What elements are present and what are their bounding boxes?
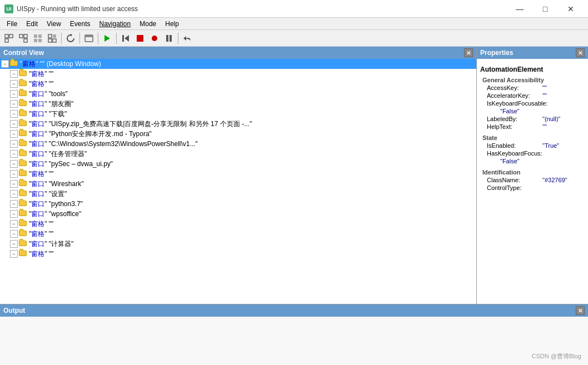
tree-item[interactable]: −"窗口" "C:\Windows\System32\WindowsPowerS… <box>0 139 476 149</box>
toolbar-window[interactable] <box>82 32 96 45</box>
tree-item[interactable]: −"窗格" "" <box>0 69 476 79</box>
tree-item-label: "窗口" "Wireshark" <box>29 179 83 189</box>
expand-button[interactable]: − <box>10 180 18 188</box>
expand-button[interactable]: − <box>10 150 18 158</box>
tree-item[interactable]: −"窗口" "朋友圈" <box>0 99 476 109</box>
tree-item[interactable]: −"窗口" "tools" <box>0 89 476 99</box>
control-view-close[interactable]: ✕ <box>464 48 473 57</box>
tree-item[interactable]: −"窗格" "" <box>0 229 476 239</box>
state-header: State <box>482 134 585 141</box>
toolbar-sep-4 <box>116 33 117 44</box>
tree-item[interactable]: −"窗格" "" <box>0 219 476 229</box>
toolbar-sep-3 <box>98 33 98 44</box>
svg-marker-16 <box>104 35 110 42</box>
expand-button[interactable]: − <box>10 240 18 248</box>
toolbar-sep-5 <box>178 33 178 44</box>
expand-button[interactable]: − <box>10 210 18 218</box>
tree-item[interactable]: −"窗口" "wpsoffice" <box>0 209 476 219</box>
expand-button[interactable]: − <box>10 140 18 148</box>
menu-bar: File Edit View Events Navigation Mode He… <box>0 18 588 30</box>
menu-edit[interactable]: Edit <box>22 19 42 29</box>
expand-button[interactable]: − <box>10 100 18 108</box>
tree-item-label: "窗口" "tools" <box>29 89 68 99</box>
expand-button[interactable]: − <box>10 220 18 228</box>
svg-rect-4 <box>24 34 27 38</box>
tree-item[interactable]: −"窗格" "" <box>0 79 476 89</box>
general-accessibility-header: General Accessibility <box>482 77 585 83</box>
expand-button[interactable]: − <box>10 120 18 128</box>
folder-icon <box>19 171 28 177</box>
tree-item[interactable]: −"窗格" "" (Desktop Window) <box>0 59 476 69</box>
toolbar-btn-4[interactable] <box>46 32 59 45</box>
svg-point-20 <box>152 36 157 41</box>
toolbar-refresh[interactable] <box>64 32 77 45</box>
output-close[interactable]: ✕ <box>576 306 585 315</box>
control-view-header: Control View ✕ <box>0 47 476 59</box>
tree-item[interactable]: −"窗口" "UISpy.zip_免费高速下载|百度网盘-分享无限制 和另外 1… <box>0 119 476 129</box>
toolbar-btn-2[interactable] <box>17 32 30 45</box>
output-body <box>0 317 588 365</box>
expand-button[interactable]: − <box>10 160 18 168</box>
svg-rect-10 <box>48 34 52 38</box>
toolbar-pause[interactable] <box>162 32 176 45</box>
identification-header: Identification <box>482 169 585 176</box>
menu-view[interactable]: View <box>42 19 66 29</box>
toolbar-sep-1 <box>61 33 62 44</box>
toolbar-play[interactable] <box>101 32 114 45</box>
tree-item[interactable]: −"窗口" "任务管理器" <box>0 149 476 159</box>
svg-rect-2 <box>5 39 8 42</box>
tree-inner[interactable]: −"窗格" "" (Desktop Window)−"窗格" ""−"窗格" "… <box>0 59 476 304</box>
tree-item[interactable]: −"窗口" "pySec – dvwa_ui.py" <box>0 159 476 169</box>
expand-button[interactable]: − <box>10 190 18 198</box>
expand-button[interactable]: − <box>10 90 18 98</box>
tree-item[interactable]: −"窗格" "" <box>0 169 476 179</box>
toolbar-skip-back[interactable] <box>119 32 132 45</box>
output-title: Output <box>3 307 25 314</box>
prop-help-text: HelpText: "" <box>487 123 585 130</box>
expand-button[interactable]: − <box>10 230 18 238</box>
prop-help-text-label: HelpText: <box>487 123 542 130</box>
menu-file[interactable]: File <box>2 19 22 29</box>
tree-item[interactable]: −"窗口" "Python安全脚本开发.md - Typora" <box>0 129 476 139</box>
expand-button[interactable]: − <box>10 110 18 118</box>
maximize-button[interactable]: □ <box>532 0 558 18</box>
tree-item[interactable]: −"窗口" "设置" <box>0 189 476 199</box>
close-button[interactable]: ✕ <box>558 0 584 18</box>
svg-rect-3 <box>19 34 23 38</box>
folder-icon <box>19 101 28 107</box>
expand-button[interactable]: − <box>1 60 9 68</box>
minimize-button[interactable]: — <box>507 0 532 18</box>
tree-item[interactable]: −"窗口" "Wireshark" <box>0 179 476 189</box>
folder-icon <box>19 151 28 157</box>
toolbar-record[interactable] <box>148 32 161 45</box>
expand-button[interactable]: − <box>10 70 18 78</box>
title-controls: — □ ✕ <box>507 0 584 18</box>
prop-labeled-by: LabeledBy: "(null)" <box>487 116 585 122</box>
tree-item[interactable]: −"窗口" "下载" <box>0 109 476 119</box>
expand-button[interactable]: − <box>10 80 18 88</box>
expand-button[interactable]: − <box>10 200 18 208</box>
tree-item[interactable]: −"窗口" "计算器" <box>0 239 476 249</box>
tree-item-label: "窗口" "python3.7" <box>29 199 83 209</box>
prop-accelerator-key: AcceleratorKey: "" <box>487 92 585 99</box>
prop-accelerator-key-val: "" <box>542 92 547 99</box>
tree-item-label: "窗格" "" <box>29 169 53 179</box>
tree-item[interactable]: −"窗格" "" <box>0 249 476 259</box>
menu-help[interactable]: Help <box>161 19 183 29</box>
menu-events[interactable]: Events <box>66 19 95 29</box>
expand-button[interactable]: − <box>10 250 18 258</box>
properties-close[interactable]: ✕ <box>576 48 585 57</box>
expand-button[interactable]: − <box>10 170 18 178</box>
folder-icon <box>19 181 28 187</box>
toolbar-back[interactable] <box>181 32 194 45</box>
tree-item-label: "窗口" "朋友圈" <box>29 99 73 109</box>
toolbar-btn-1[interactable] <box>2 32 16 45</box>
svg-rect-19 <box>137 35 143 42</box>
expand-button[interactable]: − <box>10 130 18 138</box>
menu-navigation[interactable]: Navigation <box>95 19 136 29</box>
toolbar-btn-3[interactable] <box>31 32 44 45</box>
prop-access-key-label: AccessKey: <box>487 84 542 91</box>
toolbar-stop[interactable] <box>133 32 147 45</box>
menu-mode[interactable]: Mode <box>135 19 161 29</box>
tree-item[interactable]: −"窗口" "python3.7" <box>0 199 476 209</box>
